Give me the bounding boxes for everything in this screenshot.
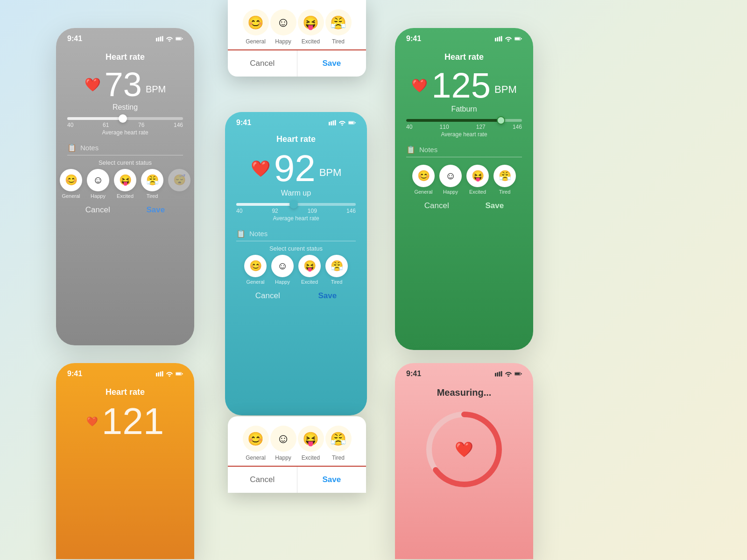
svg-point-28 <box>169 376 170 377</box>
green-save-button[interactable]: Save <box>485 201 504 210</box>
gray-emoji-tired[interactable]: 😤 Tired <box>141 169 163 199</box>
emoji-item-happy[interactable]: ☺️ Happy <box>270 9 296 45</box>
green-slider-labels: 40 110 127 146 <box>406 124 522 130</box>
gray-bpm-display: ❤️ 73 BPM <box>85 68 166 101</box>
gray-slider-thumb[interactable] <box>119 114 127 123</box>
green-heart-icon: ❤️ <box>411 78 428 93</box>
gray-emoji-extra[interactable]: 😴 <box>168 169 190 199</box>
green-slider[interactable]: 40 110 127 146 <box>406 119 522 130</box>
top-sheet-cancel-button[interactable]: Cancel <box>228 50 297 77</box>
green-slider-val1: 110 <box>440 124 449 130</box>
gray-slider-val1: 61 <box>103 122 109 128</box>
teal-bpm: 92 <box>274 150 316 187</box>
teal-card-inner: 9:41 Heart rate ❤️ 92 BPM Warm up <box>225 112 367 415</box>
gray-notes-field[interactable]: 📋 Notes <box>67 140 183 155</box>
emoji-label-excited: Excited <box>302 38 320 45</box>
gray-emoji-name-happy: Happy <box>91 193 106 199</box>
emoji-label-general: General <box>246 38 266 45</box>
emoji-item-excited[interactable]: 😝 Excited <box>298 9 324 45</box>
teal-slider[interactable]: 40 92 109 146 <box>236 203 356 214</box>
bottom-emoji-item-happy[interactable]: ☺️ Happy <box>270 426 296 461</box>
top-sheet-emoji-row: 😊 General ☺️ Happy 😝 Excited 😤 Tired <box>228 0 366 49</box>
green-emoji-row: 😊 General ☺️ Happy 😝 Excited 😤 Tired <box>412 165 516 195</box>
gray-emoji-general[interactable]: 😊 General <box>60 169 82 199</box>
svg-rect-17 <box>497 37 498 42</box>
svg-rect-1 <box>158 37 159 42</box>
green-status-bar: 9:41 <box>395 28 533 46</box>
svg-point-12 <box>342 125 343 126</box>
svg-point-20 <box>508 41 509 42</box>
teal-emoji-happy[interactable]: ☺️ Happy <box>271 255 294 285</box>
gray-slider-val2: 76 <box>138 122 144 128</box>
svg-rect-19 <box>501 36 502 41</box>
bottom-sheet-buttons: Cancel Save <box>228 466 366 493</box>
svg-rect-15 <box>355 122 356 124</box>
svg-rect-10 <box>332 120 334 125</box>
teal-emoji-circle-general: 😊 <box>244 255 267 277</box>
bottom-emoji-circle-general: 😊 <box>243 426 269 452</box>
teal-save-button[interactable]: Save <box>318 291 337 301</box>
bottom-sheet-save-button[interactable]: Save <box>297 467 366 493</box>
pink-content: Measuring... ❤️ <box>395 381 533 559</box>
svg-point-4 <box>169 41 170 42</box>
pink-card-inner: 9:41 Measuring... ❤️ <box>395 363 533 559</box>
emoji-item-tired[interactable]: 😤 Tired <box>325 9 352 45</box>
teal-emoji-excited[interactable]: 😝 Excited <box>298 255 321 285</box>
pink-status-icons <box>495 371 522 377</box>
green-emoji-circle-excited: 😝 <box>466 165 489 187</box>
svg-rect-27 <box>162 371 163 376</box>
gray-emoji-happy[interactable]: ☺️ Happy <box>87 169 109 199</box>
orange-status-bar: 9:41 <box>56 363 194 381</box>
gray-emoji-excited[interactable]: 😝 Excited <box>114 169 136 199</box>
green-notes-field[interactable]: 📋 Notes <box>406 142 522 157</box>
gray-cancel-button[interactable]: Cancel <box>85 205 110 215</box>
green-time: 9:41 <box>406 35 421 43</box>
bottom-emoji-label-tired: Tired <box>332 455 345 461</box>
gray-zone: Resting <box>113 103 138 112</box>
teal-emoji-tired[interactable]: 😤 Tired <box>325 255 348 285</box>
green-emoji-name-general: General <box>414 189 432 195</box>
bottom-emoji-item-general[interactable]: 😊 General <box>243 426 269 461</box>
green-card: 9:41 Heart rate ❤️ 125 BPM Fatburn <box>395 28 533 350</box>
gray-slider-fill <box>67 117 123 120</box>
green-bpm-unit: BPM <box>494 84 517 103</box>
teal-emoji-circle-excited: 😝 <box>298 255 321 277</box>
emoji-item-general[interactable]: 😊 General <box>243 9 269 45</box>
green-notes-icon: 📋 <box>406 145 416 154</box>
teal-cancel-button[interactable]: Cancel <box>255 291 280 301</box>
teal-slider-thumb[interactable] <box>289 200 298 209</box>
teal-emoji-general[interactable]: 😊 General <box>244 255 267 285</box>
green-emoji-tired[interactable]: 😤 Tired <box>493 165 516 195</box>
green-emoji-happy[interactable]: ☺️ Happy <box>439 165 462 195</box>
bottom-emoji-item-excited[interactable]: 😝 Excited <box>298 426 324 461</box>
green-cancel-button[interactable]: Cancel <box>424 201 449 210</box>
green-slider-thumb[interactable] <box>497 116 505 125</box>
gray-bpm: 73 <box>105 68 142 101</box>
bottom-sheet-cancel-button[interactable]: Cancel <box>228 467 297 493</box>
bottom-sheet-emoji-row: 😊 General ☺️ Happy 😝 Excited 😤 Tired <box>228 416 366 466</box>
teal-notes-field[interactable]: 📋 Notes <box>236 226 356 241</box>
pink-status-bar: 9:41 <box>395 363 533 381</box>
gray-bpm-unit: BPM <box>146 84 166 101</box>
teal-heart-icon: ❤️ <box>251 159 270 178</box>
orange-card-inner: 9:41 Heart rate ❤️ 121 <box>56 363 194 559</box>
emoji-circle-general: 😊 <box>243 9 269 35</box>
teal-emoji-name-general: General <box>246 279 264 285</box>
svg-rect-0 <box>156 38 157 42</box>
teal-slider-val1: 92 <box>272 208 278 214</box>
teal-status-label: Select curent status <box>269 245 323 252</box>
gray-slider[interactable]: 40 61 76 146 <box>67 117 183 128</box>
teal-status-bar: 9:41 <box>225 112 367 130</box>
orange-bpm: 121 <box>102 403 164 440</box>
emoji-circle-excited: 😝 <box>298 9 324 35</box>
top-sheet: 😊 General ☺️ Happy 😝 Excited 😤 Tired Can… <box>228 0 366 77</box>
bottom-emoji-item-tired[interactable]: 😤 Tired <box>325 426 352 461</box>
gray-avg-label: Average heart rate <box>102 129 148 136</box>
svg-rect-18 <box>499 36 500 41</box>
top-sheet-save-button[interactable]: Save <box>297 50 366 77</box>
pink-card: 9:41 Measuring... ❤️ <box>395 363 533 559</box>
pink-measuring-title: Measuring... <box>437 387 492 398</box>
green-emoji-excited[interactable]: 😝 Excited <box>466 165 489 195</box>
gray-save-button[interactable]: Save <box>146 205 165 215</box>
green-emoji-general[interactable]: 😊 General <box>412 165 435 195</box>
